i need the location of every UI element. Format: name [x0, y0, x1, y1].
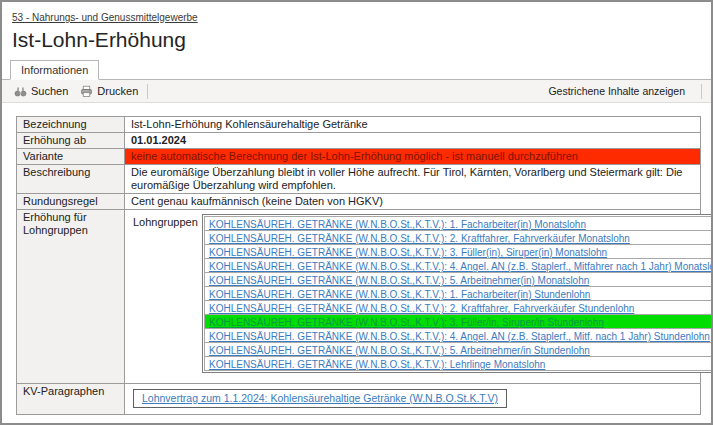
- lohngruppe-link[interactable]: KOHLENSÄUREH. GETRÄNKE (W.N.B.O.St.,K.T.…: [209, 219, 586, 230]
- toolbar-right-separator: [701, 84, 702, 99]
- list-item: KOHLENSÄUREH. GETRÄNKE (W.N.B.O.St.,K.T.…: [204, 342, 713, 357]
- printer-icon: [80, 85, 93, 98]
- binoculars-icon: [14, 85, 27, 98]
- list-item: KOHLENSÄUREH. GETRÄNKE (W.N.B.O.St.,K.T.…: [204, 244, 713, 259]
- table-row-lohngruppen: Erhöhung für Lohngruppen Lohngruppen KOH…: [17, 210, 701, 384]
- list-item: KOHLENSÄUREH. GETRÄNKE (W.N.B.O.St.,K.T.…: [204, 272, 713, 287]
- table-row-variante: Variante keine automatische Berechnung d…: [17, 149, 701, 165]
- toolbar-separator: [147, 84, 148, 99]
- table-row-rundungsregel: Rundungsregel Cent genau kaufmännisch (k…: [17, 194, 701, 210]
- toolbar-right-group: Gestrichene Inhalte anzeigen: [542, 82, 705, 100]
- lohngruppen-list: KOHLENSÄUREH. GETRÄNKE (W.N.B.O.St.,K.T.…: [202, 214, 713, 373]
- kv-paragraph-box: Lohnvertrag zum 1.1.2024: Kohlensäurehal…: [133, 389, 507, 408]
- kv-paragraph-link[interactable]: Lohnvertrag zum 1.1.2024: Kohlensäurehal…: [142, 392, 498, 404]
- list-item: KOHLENSÄUREH. GETRÄNKE (W.N.B.O.St.,K.T.…: [204, 258, 713, 273]
- tab-bar: Informationen: [2, 60, 711, 80]
- lohngruppen-cell: Lohngruppen KOHLENSÄUREH. GETRÄNKE (W.N.…: [125, 210, 701, 384]
- table-row-bezeichnung: Bezeichnung Ist-Lohn-Erhöhung Kohlensäur…: [17, 117, 701, 133]
- list-item: KOHLENSÄUREH. GETRÄNKE (W.N.B.O.St.,K.T.…: [204, 328, 713, 343]
- search-button[interactable]: Suchen: [8, 82, 74, 101]
- field-label-erhoehung-ab: Erhöhung ab: [17, 133, 125, 149]
- main-content: Bezeichnung Ist-Lohn-Erhöhung Kohlensäur…: [2, 103, 711, 415]
- print-button-label: Drucken: [97, 85, 138, 97]
- table-row-erhoehung-ab: Erhöhung ab 01.01.2024: [17, 133, 701, 149]
- breadcrumb-link[interactable]: 53 - Nahrungs- und Genussmittelgewerbe: [12, 12, 198, 23]
- print-button[interactable]: Drucken: [74, 82, 144, 101]
- field-label-rundungsregel: Rundungsregel: [17, 194, 125, 210]
- field-label-bezeichnung: Bezeichnung: [17, 117, 125, 133]
- lohngruppe-link[interactable]: KOHLENSÄUREH. GETRÄNKE (W.N.B.O.St.,K.T.…: [209, 359, 545, 370]
- kv-paragraphen-cell: Lohnvertrag zum 1.1.2024: Kohlensäurehal…: [125, 384, 701, 415]
- lohngruppe-link[interactable]: KOHLENSÄUREH. GETRÄNKE (W.N.B.O.St.,K.T.…: [209, 247, 607, 258]
- list-item: KOHLENSÄUREH. GETRÄNKE (W.N.B.O.St.,K.T.…: [204, 286, 713, 301]
- show-struck-content-button[interactable]: Gestrichene Inhalte anzeigen: [542, 82, 691, 100]
- field-label-beschreibung: Beschreibung: [17, 165, 125, 194]
- field-value-beschreibung: Die euromäßige Überzahlung bleibt in vol…: [125, 165, 701, 194]
- lohngruppen-inner-label: Lohngruppen: [133, 214, 195, 373]
- field-label-variante: Variante: [17, 149, 125, 165]
- field-value-erhoehung-ab: 01.01.2024: [125, 133, 701, 149]
- tab-informationen[interactable]: Informationen: [10, 60, 99, 80]
- app-window: 53 - Nahrungs- und Genussmittelgewerbe I…: [0, 0, 713, 425]
- lohngruppe-link[interactable]: KOHLENSÄUREH. GETRÄNKE (W.N.B.O.St.,K.T.…: [209, 345, 590, 356]
- lohngruppe-link[interactable]: KOHLENSÄUREH. GETRÄNKE (W.N.B.O.St.,K.T.…: [209, 331, 710, 342]
- field-value-variante: keine automatische Berechnung der Ist-Lo…: [125, 149, 701, 165]
- table-row-beschreibung: Beschreibung Die euromäßige Überzahlung …: [17, 165, 701, 194]
- lohngruppe-link[interactable]: KOHLENSÄUREH. GETRÄNKE (W.N.B.O.St.,K.T.…: [209, 261, 713, 272]
- lohngruppe-link[interactable]: KOHLENSÄUREH. GETRÄNKE (W.N.B.O.St.,K.T.…: [209, 289, 590, 300]
- lohngruppe-link[interactable]: KOHLENSÄUREH. GETRÄNKE (W.N.B.O.St.,K.T.…: [209, 275, 589, 286]
- properties-table: Bezeichnung Ist-Lohn-Erhöhung Kohlensäur…: [16, 116, 701, 415]
- lohngruppe-link[interactable]: KOHLENSÄUREH. GETRÄNKE (W.N.B.O.St.,K.T.…: [209, 317, 604, 328]
- lohngruppe-link[interactable]: KOHLENSÄUREH. GETRÄNKE (W.N.B.O.St.,K.T.…: [209, 233, 630, 244]
- table-row-kv-paragraphen: KV-Paragraphen Lohnvertrag zum 1.1.2024:…: [17, 384, 701, 415]
- field-label-kv-paragraphen: KV-Paragraphen: [17, 384, 125, 415]
- list-item: KOHLENSÄUREH. GETRÄNKE (W.N.B.O.St.,K.T.…: [204, 300, 713, 315]
- field-label-lohngruppen: Erhöhung für Lohngruppen: [17, 210, 125, 384]
- list-item: KOHLENSÄUREH. GETRÄNKE (W.N.B.O.St.,K.T.…: [204, 216, 713, 231]
- toolbar: Suchen Drucken Gestrichene Inhalte anzei…: [2, 80, 711, 103]
- search-button-label: Suchen: [31, 85, 68, 97]
- list-item: KOHLENSÄUREH. GETRÄNKE (W.N.B.O.St.,K.T.…: [204, 230, 713, 245]
- field-value-bezeichnung: Ist-Lohn-Erhöhung Kohlensäurehaltige Get…: [125, 117, 701, 133]
- lohngruppe-link[interactable]: KOHLENSÄUREH. GETRÄNKE (W.N.B.O.St.,K.T.…: [209, 303, 634, 314]
- list-item-highlighted: KOHLENSÄUREH. GETRÄNKE (W.N.B.O.St.,K.T.…: [204, 314, 713, 329]
- page-header: 53 - Nahrungs- und Genussmittelgewerbe I…: [2, 2, 711, 52]
- field-value-rundungsregel: Cent genau kaufmännisch (keine Daten von…: [125, 194, 701, 210]
- page-title: Ist-Lohn-Erhöhung: [12, 28, 701, 52]
- list-item: KOHLENSÄUREH. GETRÄNKE (W.N.B.O.St.,K.T.…: [204, 356, 713, 371]
